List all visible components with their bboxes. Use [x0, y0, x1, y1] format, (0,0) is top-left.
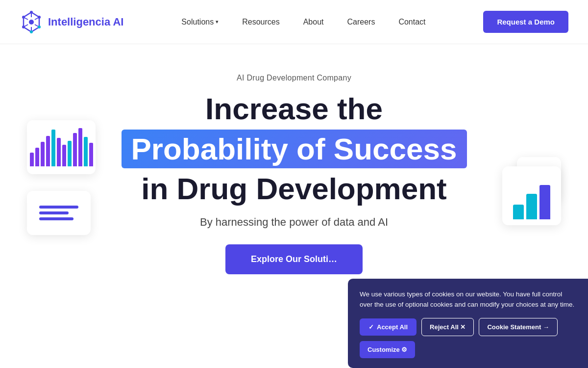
svg-point-8	[30, 11, 33, 14]
cookie-text: We use various types of cookies on our w…	[360, 289, 576, 310]
bar-element	[46, 136, 50, 166]
nav-link-about[interactable]: About	[303, 18, 324, 26]
bar-element	[526, 194, 537, 219]
navbar: Intelligencia AI Solutions ▾ Resources A…	[0, 0, 588, 44]
floating-chart-card-left	[27, 120, 96, 174]
svg-point-9	[38, 16, 41, 19]
nav-links: Solutions ▾ Resources About Careers Cont…	[181, 18, 425, 26]
nav-link-solutions[interactable]: Solutions ▾	[181, 18, 219, 26]
nav-link-resources[interactable]: Resources	[242, 18, 279, 26]
bar-element	[41, 142, 45, 166]
logo-text: Intelligencia AI	[48, 16, 123, 28]
bar-element	[57, 138, 61, 166]
bar-element	[35, 148, 39, 166]
bar-element	[539, 185, 550, 219]
customize-cookies-button[interactable]: Customize ⚙	[360, 341, 415, 358]
floating-chart-card-right	[502, 166, 561, 225]
reject-cookies-button[interactable]: Reject All ✕	[421, 318, 474, 336]
svg-point-10	[38, 26, 41, 28]
svg-point-1	[29, 20, 34, 25]
hero-description: By harnessing the power of data and AI	[20, 216, 568, 229]
nav-item-contact[interactable]: Contact	[398, 18, 425, 26]
bar-element	[30, 153, 34, 166]
bar-element	[73, 133, 77, 166]
hero-title-highlight: Probability of Success	[122, 130, 467, 168]
cookie-statement-button[interactable]: Cookie Statement →	[479, 318, 557, 336]
explore-solutions-button[interactable]: Explore Our Soluti…	[225, 244, 363, 274]
lines-icon	[39, 206, 78, 220]
svg-point-11	[30, 30, 33, 33]
floating-lines-card	[27, 191, 91, 235]
hero-title: Increase the Probability of Success in D…	[20, 92, 568, 206]
bar-element	[84, 137, 88, 166]
svg-point-13	[22, 16, 25, 19]
bar-element	[68, 141, 72, 166]
nav-item-about[interactable]: About	[303, 18, 324, 26]
nav-link-contact[interactable]: Contact	[398, 18, 425, 26]
nav-item-solutions[interactable]: Solutions ▾	[181, 18, 219, 26]
hero-title-line3: in Drug Development	[20, 172, 568, 206]
hero-section: AI Drug Development Company Increase the…	[0, 44, 588, 274]
cookie-banner: We use various types of cookies on our w…	[348, 279, 588, 368]
hero-subtitle: AI Drug Development Company	[20, 74, 568, 82]
mini-bar-chart-right	[513, 185, 550, 219]
line-item-1	[39, 206, 78, 209]
mini-bar-chart-left	[27, 123, 96, 171]
nav-link-careers[interactable]: Careers	[347, 18, 375, 26]
chevron-down-icon: ▾	[216, 19, 219, 25]
line-item-3	[39, 217, 74, 220]
logo[interactable]: Intelligencia AI	[20, 10, 123, 34]
logo-icon	[20, 10, 43, 34]
accept-cookies-button[interactable]: ✓ Accept All	[360, 318, 416, 336]
nav-item-careers[interactable]: Careers	[347, 18, 375, 26]
bar-element	[78, 128, 82, 166]
bar-element	[51, 130, 55, 166]
bar-element	[89, 143, 93, 166]
hero-title-line1: Increase the	[20, 92, 568, 126]
bar-element	[62, 145, 66, 166]
bar-element	[513, 205, 524, 219]
cookie-buttons: ✓ Accept All Reject All ✕ Cookie Stateme…	[360, 318, 576, 358]
nav-item-resources[interactable]: Resources	[242, 18, 279, 26]
svg-point-12	[22, 26, 25, 28]
line-item-2	[39, 211, 69, 214]
request-demo-button[interactable]: Request a Demo	[483, 11, 568, 33]
check-icon: ✓	[368, 323, 374, 331]
